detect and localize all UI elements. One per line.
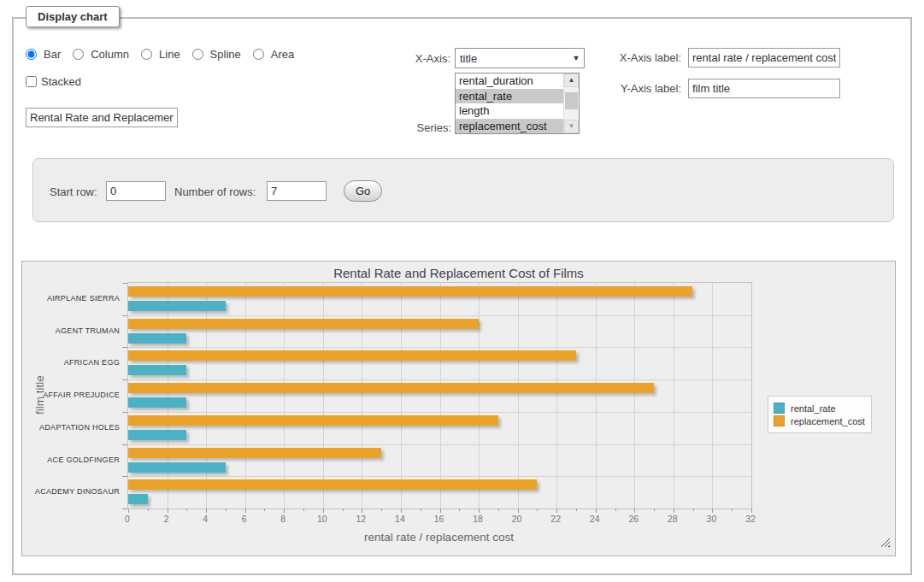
chart-type-radio-column[interactable] — [73, 49, 84, 60]
x-tick-label: 18 — [463, 514, 492, 524]
chart-type-label-spline[interactable]: Spline — [210, 48, 241, 61]
x-tick-mark-minor — [732, 509, 733, 511]
y-tick-mark — [122, 444, 127, 445]
gridline-vertical — [362, 283, 362, 509]
x-tick-mark-major — [168, 509, 168, 513]
x-tick-mark-major — [556, 509, 557, 513]
x-tick-label: 12 — [346, 514, 375, 524]
stacked-label[interactable]: Stacked — [41, 75, 81, 88]
x-tick-mark-major — [440, 509, 441, 513]
legend-row: replacement_cost — [774, 415, 865, 426]
chart-type-label-column[interactable]: Column — [91, 48, 129, 61]
fieldset-title: Display chart — [26, 6, 120, 27]
x-tick-label: 28 — [658, 514, 687, 524]
y-tick-mark — [122, 347, 127, 348]
gridline-vertical — [634, 283, 635, 509]
x-tick-mark-minor — [459, 509, 460, 511]
stacked-row: Stacked — [26, 75, 81, 88]
page: Display chart BarColumnLineSplineArea St… — [0, 0, 924, 582]
go-button[interactable]: Go — [344, 180, 382, 202]
legend-row: rental_rate — [774, 403, 865, 414]
chart-type-label-line[interactable]: Line — [159, 48, 180, 61]
x-tick-mark-major — [323, 509, 324, 513]
stacked-checkbox[interactable] — [26, 76, 37, 87]
x-tick-mark-minor — [654, 509, 655, 511]
series-option-rental_duration[interactable]: rental_duration — [456, 73, 563, 89]
gridline-vertical — [518, 283, 519, 509]
gridline-vertical — [401, 283, 402, 509]
start-row-label: Start row: — [50, 185, 97, 198]
x-tick-mark-minor — [421, 509, 421, 511]
gridline-vertical — [206, 283, 207, 509]
x-tick-mark-minor — [498, 509, 499, 511]
x-tick-label: 8 — [268, 514, 297, 524]
x-axis-label-caption: X-Axis label: — [609, 51, 681, 64]
chart-type-radio-line[interactable] — [141, 49, 152, 60]
series-scrollbar[interactable]: ▲ ▼ — [563, 73, 579, 133]
start-row-input[interactable] — [106, 181, 166, 201]
chevron-down-icon: ▼ — [568, 54, 584, 62]
x-tick-mark-major — [751, 509, 752, 513]
x-tick-mark-major — [674, 509, 674, 513]
series-option-replacement_cost[interactable]: replacement_cost — [456, 119, 563, 134]
gridline-vertical — [284, 283, 285, 509]
y-axis-label-caption: Y-Axis label: — [609, 82, 681, 95]
x-axis-label-input[interactable] — [688, 48, 840, 68]
series-option-rental_rate[interactable]: rental_rate — [456, 89, 563, 104]
gridline-vertical — [674, 283, 674, 509]
bar-rental_rate — [128, 333, 186, 344]
legend-swatch-replacement_cost — [774, 415, 785, 426]
x-axis-label: X-Axis: — [376, 52, 450, 65]
series-multiselect[interactable]: rental_durationrental_ratelengthreplacem… — [455, 73, 580, 134]
bar-replacement_cost — [128, 448, 381, 458]
chart-legend: rental_ratereplacement_cost — [768, 396, 872, 433]
bar-rental_rate — [128, 462, 226, 473]
gridline-vertical — [323, 283, 324, 509]
chart-title: Rental Rate and Replacement Cost of Film… — [22, 266, 895, 280]
num-rows-label: Number of rows: — [174, 185, 256, 198]
x-tick-mark-minor — [226, 509, 227, 511]
y-tick-mark — [122, 283, 127, 284]
num-rows-input[interactable] — [267, 181, 327, 201]
chart-type-label-area[interactable]: Area — [271, 48, 294, 61]
gridline-horizontal — [128, 315, 751, 316]
gridline-vertical — [168, 283, 168, 509]
x-axis-title: rental rate / replacement cost — [127, 531, 750, 544]
x-tick-label: 22 — [541, 514, 570, 524]
scroll-down-icon[interactable]: ▼ — [564, 120, 579, 133]
bar-rental_rate — [128, 494, 148, 504]
x-tick-mark-major — [596, 509, 597, 513]
scroll-up-icon[interactable]: ▲ — [564, 73, 579, 87]
bar-rental_rate — [128, 301, 226, 311]
chart-title-input[interactable] — [26, 108, 178, 127]
x-tick-mark-minor — [343, 509, 344, 511]
category-label: ACADEMY DINOSAUR — [22, 487, 120, 496]
y-tick-mark — [122, 412, 127, 413]
y-axis-label-input[interactable] — [688, 79, 840, 98]
resize-handle-icon[interactable] — [880, 538, 890, 547]
x-tick-mark-minor — [148, 509, 149, 511]
y-tick-mark — [122, 379, 127, 380]
x-tick-mark-major — [245, 509, 246, 513]
y-tick-mark — [122, 509, 127, 509]
x-tick-mark-major — [284, 509, 285, 513]
bar-replacement_cost — [128, 415, 498, 426]
scrollbar-thumb[interactable] — [565, 92, 578, 109]
chart-container: Rental Rate and Replacement Cost of Film… — [21, 261, 896, 556]
chart-type-radio-bar[interactable] — [26, 49, 37, 60]
x-tick-mark-minor — [381, 509, 382, 511]
category-label: AGENT TRUMAN — [22, 326, 120, 335]
chart-type-radio-spline[interactable] — [192, 49, 203, 60]
x-tick-label: 20 — [503, 514, 532, 524]
x-axis-select[interactable]: title ▼ — [455, 48, 585, 68]
x-tick-mark-minor — [576, 509, 577, 511]
x-tick-label: 10 — [308, 514, 337, 524]
x-tick-mark-minor — [186, 509, 187, 511]
bar-rental_rate — [128, 430, 186, 440]
gridline-horizontal — [128, 444, 751, 445]
legend-label-replacement_cost: replacement_cost — [791, 416, 865, 426]
series-option-length[interactable]: length — [456, 103, 563, 119]
chart-type-label-bar[interactable]: Bar — [44, 48, 61, 61]
chart-type-radio-area[interactable] — [253, 49, 264, 60]
x-tick-label: 32 — [736, 514, 765, 524]
